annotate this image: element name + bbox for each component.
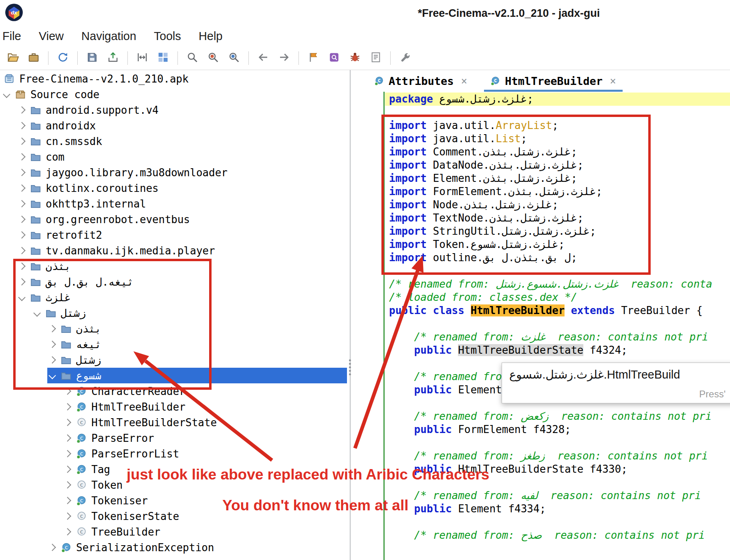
tree-item-parseerror[interactable]: cParseError [0, 430, 347, 446]
tree-item-tv.danmaku.ijk.media.player[interactable]: tv.danmaku.ijk.media.player [0, 243, 347, 258]
tree-item-androidx[interactable]: androidx [0, 118, 347, 133]
tree-item-retrofit2[interactable]: retrofit2 [0, 227, 347, 243]
tab-label: HtmlTreeBuilder [505, 75, 603, 87]
toolbar-separator [48, 51, 48, 65]
chevron-right-icon[interactable] [18, 231, 25, 238]
toolbar-back-button[interactable] [254, 49, 272, 67]
folder-icon [30, 105, 41, 115]
toolbar-heap-usage-button[interactable] [154, 49, 172, 67]
tree-item-htmltreebuilderstate[interactable]: cHtmlTreeBuilderState [0, 415, 347, 430]
text-search-icon [186, 51, 198, 65]
close-icon[interactable]: × [610, 76, 616, 86]
chevron-right-icon[interactable] [64, 481, 71, 488]
tree-item-cn.smssdk[interactable]: cn.smssdk [0, 133, 347, 149]
chevron-right-icon[interactable] [64, 434, 71, 441]
tree-item-arabic[interactable]: ثيغه [0, 336, 347, 352]
toolbar-quark-button[interactable] [325, 49, 343, 67]
chevron-right-icon[interactable] [64, 528, 71, 535]
tab-htmltreebuilder[interactable]: cHtmlTreeBuilder× [484, 70, 623, 92]
chevron-right-icon[interactable] [64, 512, 71, 520]
toolbar-open-file-button[interactable] [4, 49, 22, 67]
tree-item-source-code[interactable]: Source code [0, 87, 347, 102]
tree-item-arabic[interactable]: شسوع [0, 368, 347, 383]
code-line: /* renamed from: زكعض reason: contains n… [385, 410, 730, 423]
chevron-right-icon[interactable] [18, 262, 25, 270]
chevron-right-icon[interactable] [18, 247, 25, 254]
menu-help[interactable]: Help [190, 30, 232, 43]
chevron-right-icon[interactable] [48, 340, 56, 348]
panel-splitter[interactable] [347, 70, 353, 560]
tab-attributes[interactable]: cAttributes× [368, 70, 474, 92]
chevron-right-icon[interactable] [64, 465, 71, 473]
chevron-right-icon[interactable] [48, 325, 56, 332]
close-icon[interactable]: × [461, 76, 468, 86]
class-alt-icon: c [76, 511, 87, 522]
toolbar-open-project-button[interactable] [24, 49, 43, 67]
code-line: import Token.شسوع.زشتل.غلزث; [385, 238, 730, 251]
chevron-right-icon[interactable] [64, 387, 71, 395]
toolbar-comment-search-button[interactable] [225, 49, 243, 67]
class-icon: c [61, 542, 71, 553]
toolbar-reload-button[interactable] [54, 49, 72, 67]
tree-item-com[interactable]: com [0, 149, 347, 165]
class-icon: c [76, 449, 87, 459]
toolbar-forward-button[interactable] [275, 49, 293, 67]
tree-item-arabic[interactable]: بثذن [0, 321, 347, 336]
menu-file[interactable]: File [0, 30, 30, 43]
toolbar-class-search-button[interactable] [204, 49, 222, 67]
code-line [385, 317, 730, 330]
code-line: import Element.بثذن.زشتل.غلزث; [385, 172, 730, 185]
toolbar-export-button[interactable] [104, 49, 122, 67]
menu-tools[interactable]: Tools [145, 30, 190, 43]
project-tree[interactable]: Free-Cinema--v2.1.0_210.apkSource codean… [0, 70, 347, 560]
tree-item-kotlinx.coroutines[interactable]: kotlinx.coroutines [0, 180, 347, 196]
chevron-right-icon[interactable] [18, 184, 25, 191]
chevron-right-icon[interactable] [18, 216, 25, 223]
export-icon [107, 51, 119, 65]
tree-item-parseerrorlist[interactable]: cParseErrorList [0, 446, 347, 461]
chevron-down-icon[interactable] [33, 309, 40, 316]
tree-item-characterreader[interactable]: cCharacterReader [0, 383, 347, 399]
chevron-right-icon[interactable] [18, 137, 25, 145]
toolbar-save-all-button[interactable] [83, 49, 101, 67]
tree-item-arabic[interactable]: غلزث [0, 290, 347, 305]
toolbar-log-button[interactable] [367, 49, 385, 67]
tree-item-arabic[interactable]: بثذن [0, 258, 347, 274]
toolbar-flat-packages-button[interactable] [133, 49, 151, 67]
chevron-right-icon[interactable] [18, 106, 25, 113]
toolbar-preferences-button[interactable] [396, 49, 414, 67]
tree-item-.-.[interactable]: ثيغه.ل بق.ل بق [0, 274, 347, 290]
tree-item-okhttp3.internal[interactable]: okhttp3.internal [0, 196, 347, 212]
chevron-down-icon[interactable] [18, 294, 25, 301]
toolbar-deobfuscation-button[interactable] [304, 49, 323, 67]
tree-item-htmltreebuilder[interactable]: cHtmlTreeBuilder [0, 399, 347, 415]
chevron-right-icon[interactable] [18, 122, 25, 129]
tree-item-treebuilder[interactable]: cTreeBuilder [0, 524, 347, 540]
tree-item-org.greenrobot.eventbus[interactable]: org.greenrobot.eventbus [0, 212, 347, 227]
chevron-right-icon[interactable] [48, 544, 56, 551]
tree-item-free-cinema-v2.1.0-210.apk[interactable]: Free-Cinema--v2.1.0_210.apk [0, 71, 347, 87]
toolbar-debugger-button[interactable] [346, 49, 364, 67]
chevron-down-icon[interactable] [3, 91, 10, 98]
tree-item-serializationexception[interactable]: cSerializationException [0, 540, 347, 555]
chevron-right-icon[interactable] [64, 419, 71, 426]
toolbar-text-search-button[interactable] [183, 49, 202, 67]
menu-navigation[interactable]: Navigation [73, 30, 145, 43]
tree-item-android.support.v4[interactable]: android.support.v4 [0, 102, 347, 118]
code-editor[interactable]: package شسوع.زشتل.غلزث;import java.util.… [353, 92, 730, 560]
annotation-note-2: You don't know them at all [222, 497, 408, 514]
chevron-right-icon[interactable] [64, 497, 71, 504]
tree-item-jaygoo.library.m3u8downloader[interactable]: jaygoo.library.m3u8downloader [0, 165, 347, 180]
chevron-right-icon[interactable] [18, 153, 25, 160]
chevron-right-icon[interactable] [64, 403, 71, 410]
chevron-right-icon[interactable] [48, 356, 56, 363]
chevron-right-icon[interactable] [64, 450, 71, 457]
chevron-right-icon[interactable] [18, 200, 25, 207]
chevron-right-icon[interactable] [18, 278, 25, 285]
tree-item-arabic[interactable]: زشتل [0, 305, 347, 321]
tree-item-arabic[interactable]: زشتل [0, 352, 347, 368]
chevron-right-icon[interactable] [18, 169, 25, 176]
menu-view[interactable]: View [30, 30, 73, 43]
folder-icon [30, 292, 41, 303]
tree-item-label: Tokeniser [91, 495, 148, 507]
